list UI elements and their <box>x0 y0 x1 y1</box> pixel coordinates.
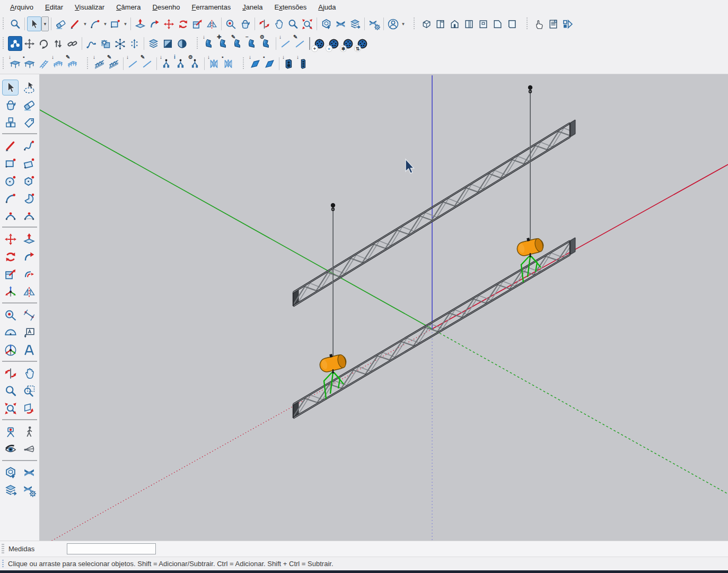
account-button[interactable] <box>386 16 400 31</box>
paint-bucket-tool-button[interactable] <box>238 16 252 31</box>
cable-insert-button[interactable]: ↓ <box>278 36 293 51</box>
rig-layers-button[interactable] <box>146 36 161 51</box>
arc-tool-button[interactable] <box>88 16 102 31</box>
toolbar-grip[interactable] <box>527 18 530 30</box>
view-top-button[interactable] <box>433 16 448 31</box>
rig-rotate-button[interactable] <box>37 36 51 51</box>
account-dropdown[interactable]: ▼ <box>400 22 406 27</box>
connector-select-button[interactable]: ● <box>327 36 341 51</box>
rotate-tool-button[interactable] <box>2 249 19 265</box>
report-panel-button[interactable] <box>546 16 560 31</box>
truss-insert-button[interactable]: ↓ <box>92 56 107 71</box>
3d-warehouse-button[interactable] <box>2 465 19 481</box>
rectangle-tool-dropdown[interactable]: ▼ <box>122 22 128 27</box>
share-model-button[interactable] <box>2 482 19 498</box>
toolbar-grip[interactable] <box>3 37 6 50</box>
line-tool-dropdown[interactable]: ▼ <box>82 22 88 27</box>
cable-draw-button[interactable]: ✎ <box>293 36 307 51</box>
stage-deck-insert-button[interactable]: ↓ <box>8 56 22 71</box>
stage-deck-edit-button[interactable]: ▪ <box>22 56 37 71</box>
offset-tool-button[interactable] <box>21 266 37 282</box>
zoom-window-tool-button[interactable] <box>21 383 37 399</box>
rig-link-button[interactable] <box>65 36 80 51</box>
scale-tool-button[interactable] <box>2 266 19 282</box>
three-point-arc-tool-button[interactable] <box>21 208 37 224</box>
extension-warehouse-button[interactable] <box>21 465 37 481</box>
rotated-rectangle-tool-button[interactable] <box>21 155 37 171</box>
components-tool-button[interactable] <box>2 115 19 131</box>
model-canvas[interactable] <box>40 74 728 541</box>
move-tool-button[interactable] <box>2 231 19 247</box>
menu-ajuda[interactable]: Ajuda <box>312 1 341 13</box>
speaker-insert-button[interactable]: ↓ <box>282 56 296 71</box>
eraser-tool-button[interactable] <box>21 97 37 113</box>
arc-tool-button[interactable] <box>2 190 19 206</box>
corner-remove-button[interactable]: − <box>245 36 259 51</box>
extension-manager-button[interactable] <box>21 482 37 498</box>
screen-insert-button[interactable]: ↓ <box>248 56 262 71</box>
rotate-tool-button[interactable] <box>176 16 190 31</box>
pan-tool-button[interactable] <box>21 366 37 381</box>
toolbar-grip[interactable] <box>243 57 246 70</box>
orbit-tool-button[interactable] <box>257 16 271 31</box>
line-tool-button[interactable] <box>68 16 82 31</box>
menu-camera[interactable]: Câmera <box>110 1 146 13</box>
truss-rear[interactable] <box>293 120 575 306</box>
zoom-extents-tool-button[interactable] <box>2 401 19 416</box>
rectangle-tool-button[interactable] <box>108 16 122 31</box>
flip-tool-button[interactable] <box>205 16 219 31</box>
view-back-button[interactable] <box>476 16 490 31</box>
tape-measure-tool-button[interactable] <box>2 307 19 323</box>
outer-shell-tool-button[interactable] <box>2 284 19 300</box>
turn-view-tool-button[interactable] <box>21 441 37 457</box>
speaker-array-insert-button[interactable]: ↓ <box>296 56 310 71</box>
measurements-input[interactable] <box>67 543 156 554</box>
model-viewport[interactable] <box>40 74 728 541</box>
view-iso-button[interactable] <box>419 16 433 31</box>
flip-tool-button[interactable] <box>21 284 37 300</box>
view-right-button[interactable] <box>462 16 476 31</box>
pipe-insert-button[interactable]: ↓ <box>126 56 140 71</box>
arc-tool-dropdown[interactable]: ▼ <box>102 22 108 27</box>
corner-insert-button[interactable]: ↓ <box>202 36 216 51</box>
toolbar-grip[interactable] <box>3 18 6 30</box>
rig-select-button[interactable] <box>8 36 22 51</box>
text-tool-button[interactable] <box>21 325 37 341</box>
freehand-tool-button[interactable] <box>21 138 37 154</box>
extension-warehouse-button[interactable] <box>334 16 348 31</box>
pie-tool-button[interactable] <box>21 190 37 206</box>
rig-half-circle-button[interactable] <box>175 36 189 51</box>
menu-arquivo[interactable]: Arquivo <box>4 1 39 13</box>
view-left-button[interactable] <box>490 16 505 31</box>
screen-edit-button[interactable]: ▪ <box>262 56 277 71</box>
hoist-right[interactable] <box>515 85 545 282</box>
menu-desenho[interactable]: Desenho <box>146 1 186 13</box>
menu-editar[interactable]: Editar <box>39 1 69 13</box>
railing-insert-button[interactable]: ↓ <box>51 56 65 71</box>
tag-tool-button[interactable] <box>21 115 37 131</box>
followme-tool-button[interactable] <box>21 249 37 265</box>
rig-component-settings-button[interactable] <box>99 36 113 51</box>
connector-swap-button[interactable]: ⇅ <box>355 36 370 51</box>
rig-raise-lower-button[interactable] <box>51 36 65 51</box>
toolbar-grip[interactable] <box>197 37 200 50</box>
zoom-extents-tool-button[interactable] <box>300 16 314 31</box>
followme-tool-button[interactable] <box>147 16 162 31</box>
rig-align-vertical-button[interactable] <box>127 36 142 51</box>
scale-tool-button[interactable] <box>190 16 205 31</box>
pipe-draw-button[interactable]: ✎ <box>140 56 154 71</box>
truss-draw-button[interactable]: ✎ <box>107 56 121 71</box>
previous-view-button[interactable] <box>21 401 37 416</box>
view-bottom-button[interactable] <box>505 16 519 31</box>
orbit-tool-button[interactable] <box>2 366 19 381</box>
toolbar-grip[interactable] <box>87 57 90 70</box>
pushpull-tool-button[interactable] <box>133 16 147 31</box>
rectangle-tool-button[interactable] <box>2 155 19 171</box>
hoist-info-button[interactable]: i <box>173 56 188 71</box>
position-camera-tool-button[interactable] <box>2 424 19 440</box>
connector-freeze-button[interactable]: ✱ <box>341 36 355 51</box>
rig-move-button[interactable] <box>22 36 37 51</box>
hoist-insert-button[interactable]: ↓ <box>159 56 173 71</box>
eraser-tool-button[interactable] <box>54 16 68 31</box>
paint-bucket-tool-button[interactable] <box>2 97 19 113</box>
